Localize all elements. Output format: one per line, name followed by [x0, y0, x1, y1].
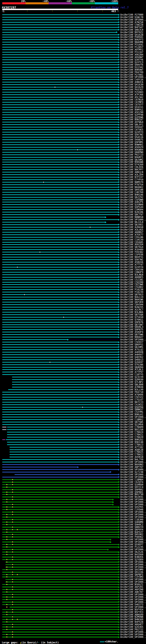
- hit-bar[interactable]: [2, 287, 118, 288]
- hit-label[interactable]: UniRef100_C7BAI3: [120, 444, 143, 446]
- hit-bar[interactable]: [2, 542, 110, 542]
- hit-bar[interactable]: [2, 117, 118, 118]
- hit-bar[interactable]: [2, 312, 118, 312]
- hit-bar[interactable]: [2, 177, 118, 178]
- hit-label[interactable]: UniRef100_Q9PRH2: [120, 488, 143, 491]
- hit-label[interactable]: UniRef100_Q2PF08: [120, 114, 143, 116]
- hit-bar[interactable]: [2, 576, 118, 577]
- hit-bar[interactable]: [2, 524, 118, 525]
- hit-bar[interactable]: [2, 624, 118, 625]
- hit-bar[interactable]: [2, 280, 118, 280]
- hit-bar[interactable]: [2, 212, 118, 212]
- hit-bar[interactable]: [2, 414, 118, 415]
- hit-bar[interactable]: [2, 39, 118, 40]
- hit-bar[interactable]: [2, 187, 118, 188]
- hit-bar[interactable]: [7, 444, 118, 445]
- hit-bar[interactable]: [2, 544, 118, 545]
- hit-bar[interactable]: [2, 289, 118, 290]
- hit-bar[interactable]: [2, 532, 118, 532]
- hit-bar[interactable]: [2, 184, 118, 185]
- hit-bar[interactable]: [2, 44, 118, 45]
- hit-bar[interactable]: [7, 437, 118, 438]
- hit-bar[interactable]: [2, 150, 118, 150]
- hit-bar[interactable]: [2, 240, 118, 240]
- hit-bar[interactable]: [2, 107, 118, 108]
- hit-bar[interactable]: [2, 634, 118, 635]
- alignment-row[interactable]: UniRef100_C7BAI3: [0, 444, 146, 446]
- hit-bar[interactable]: [2, 294, 118, 295]
- hit-bar[interactable]: [2, 549, 108, 550]
- alignment-row[interactable]: UniRef100_Q9P876: [0, 321, 146, 324]
- hit-bar[interactable]: [2, 314, 118, 315]
- hit-bar[interactable]: [2, 307, 118, 308]
- hit-bar[interactable]: [2, 30, 118, 30]
- hit-bar[interactable]: [2, 60, 118, 60]
- hit-bar[interactable]: [2, 622, 118, 622]
- hit-bar[interactable]: [2, 597, 118, 598]
- hit-bar[interactable]: [2, 112, 118, 113]
- hit-bar[interactable]: [2, 472, 110, 472]
- hit-bar[interactable]: [2, 344, 118, 345]
- hit-bar[interactable]: [2, 97, 118, 98]
- hit-bar[interactable]: [8, 389, 118, 390]
- hit-bar[interactable]: [2, 529, 118, 530]
- alignment-row[interactable]: UniRef100_Q91336: [0, 571, 146, 574]
- hit-bar[interactable]: [2, 202, 118, 202]
- hit-bar[interactable]: [2, 127, 118, 128]
- hit-bar[interactable]: [2, 14, 118, 15]
- alignment-row[interactable]: UniRef100_Q9YIC4: [0, 486, 146, 488]
- hit-bar[interactable]: [9, 457, 118, 457]
- alignment-row[interactable]: UniRef100_Q9PRH2: [0, 488, 146, 491]
- hit-bar[interactable]: [2, 142, 118, 142]
- alignment-row[interactable]: UniRef100_P04709: [0, 71, 146, 74]
- hit-bar[interactable]: [2, 52, 118, 52]
- hit-label[interactable]: UniRef100_Q76KG1: [120, 318, 143, 321]
- hit-bar[interactable]: [2, 592, 118, 592]
- hit-bar[interactable]: [2, 489, 118, 490]
- hit-label[interactable]: UniRef100_Q9I9M9: [120, 568, 143, 571]
- hit-bar[interactable]: [2, 87, 118, 88]
- hit-bar[interactable]: [2, 422, 118, 422]
- alignment-row[interactable]: UniRef100_Q6ZZ92: [0, 196, 146, 198]
- hit-label[interactable]: UniRef100_A7T182: [120, 446, 143, 448]
- alignment-row[interactable]: UniRef100_P02723: [0, 154, 146, 156]
- hit-bar[interactable]: [2, 392, 118, 392]
- hit-bar[interactable]: [2, 404, 118, 405]
- hit-bar[interactable]: [2, 17, 118, 18]
- hit-bar[interactable]: [2, 547, 118, 547]
- hit-bar[interactable]: [2, 292, 118, 292]
- hit-bar[interactable]: [2, 282, 118, 282]
- hit-bar[interactable]: [2, 604, 118, 605]
- hit-bar[interactable]: [2, 609, 118, 610]
- hit-bar[interactable]: [2, 297, 118, 298]
- hit-bar[interactable]: [9, 607, 118, 608]
- hit-bar[interactable]: [2, 499, 113, 500]
- hit-bar[interactable]: [2, 632, 118, 632]
- hit-bar[interactable]: [2, 584, 118, 585]
- hit-label[interactable]: UniRef100_C5Z1N1: [120, 278, 143, 281]
- alignment-row[interactable]: UniRef100_Q0DJC0: [0, 28, 146, 31]
- hit-bar[interactable]: [5, 579, 118, 580]
- hit-bar[interactable]: [2, 569, 118, 570]
- hit-bar[interactable]: [2, 572, 118, 572]
- hit-bar[interactable]: [2, 352, 118, 352]
- hit-bar[interactable]: [2, 209, 118, 210]
- hit-bar[interactable]: [2, 37, 118, 38]
- hit-bar[interactable]: [2, 237, 118, 238]
- hit-bar[interactable]: [2, 234, 118, 235]
- hit-bar[interactable]: [5, 582, 118, 582]
- hit-bar[interactable]: [2, 217, 105, 218]
- alignment-row[interactable]: UniRef100_UPI000..: [0, 636, 146, 638]
- hit-bar[interactable]: [2, 54, 118, 55]
- hit-bar[interactable]: [2, 514, 118, 515]
- hit-bar[interactable]: [7, 432, 118, 432]
- hit-bar[interactable]: [2, 309, 118, 310]
- hit-label[interactable]: UniRef100_C1HCX9: [120, 238, 143, 241]
- hit-bar[interactable]: [2, 34, 118, 35]
- hit-bar[interactable]: [2, 104, 118, 105]
- hit-bar[interactable]: [2, 464, 118, 465]
- hit-bar[interactable]: [2, 479, 118, 480]
- hit-bar[interactable]: [2, 614, 118, 615]
- hit-bar[interactable]: [2, 317, 118, 318]
- hit-bar[interactable]: [2, 182, 118, 182]
